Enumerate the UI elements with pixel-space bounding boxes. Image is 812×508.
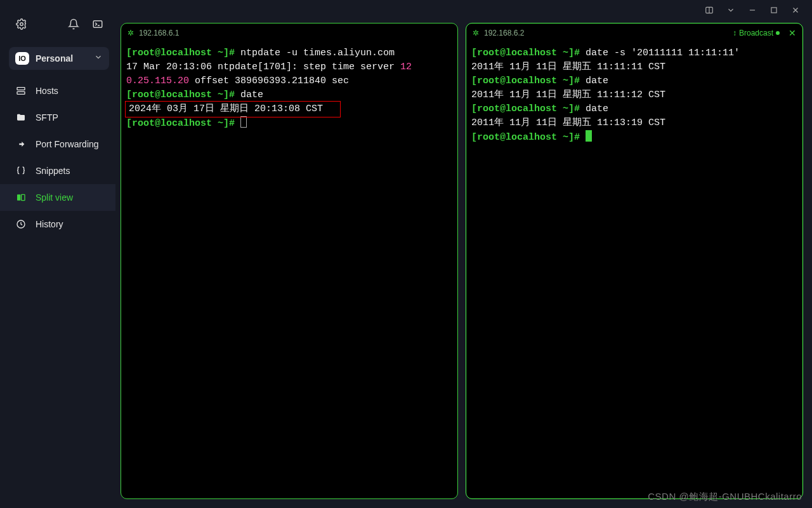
- sidebar-item-label: History: [36, 219, 63, 229]
- terminal-pane-left[interactable]: ✲ 192.168.6.1 [root@localhost ~]# ntpdat…: [121, 23, 458, 499]
- highlighted-output: 2024年 03月 17日 星期日 20:13:08 CST: [126, 102, 325, 116]
- braces-icon: [15, 165, 27, 177]
- close-pane-icon[interactable]: ✕: [789, 28, 796, 38]
- pane-host: 192.168.6.1: [139, 29, 179, 37]
- sidebar-item-snippets[interactable]: Snippets: [0, 157, 115, 184]
- svg-rect-9: [17, 88, 25, 90]
- layout-toggle-icon[interactable]: [700, 1, 718, 19]
- svg-rect-11: [17, 194, 20, 200]
- svg-rect-3: [771, 8, 776, 13]
- chevron-down-icon[interactable]: [722, 1, 740, 19]
- sidebar-item-port-forwarding[interactable]: Port Forwarding: [0, 131, 115, 157]
- broadcast-indicator-icon: [776, 31, 780, 35]
- workspace-badge: IO: [15, 52, 29, 65]
- svg-rect-10: [17, 91, 25, 94]
- sidebar-item-label: Hosts: [36, 86, 58, 96]
- workspace-label: Personal: [36, 53, 88, 64]
- terminal-output[interactable]: [root@localhost ~]# ntpdate -u times.ali…: [121, 43, 457, 498]
- sidebar-item-label: Split view: [36, 192, 73, 203]
- window-close-icon[interactable]: [787, 1, 804, 19]
- pane-host: 192.168.6.2: [484, 29, 524, 37]
- gear-icon[interactable]: ✲: [128, 29, 134, 37]
- bell-icon[interactable]: [67, 18, 80, 30]
- cursor: [240, 116, 247, 128]
- sidebar: IO Personal Hosts SFTP Port Forwarding S…: [0, 0, 115, 508]
- window-minimize-icon[interactable]: [743, 1, 761, 19]
- hosts-icon: [15, 85, 27, 97]
- terminal-pane-right[interactable]: ✲ 192.168.6.2 ↕ Broadcast ✕ [root@localh…: [466, 23, 803, 499]
- sidebar-item-label: Snippets: [36, 166, 70, 176]
- sidebar-item-label: Port Forwarding: [36, 139, 99, 149]
- watermark: CSDN @鲍海超-GNUBHCkalitarro: [648, 491, 802, 503]
- svg-rect-7: [93, 21, 102, 28]
- chevron-down-icon: [94, 53, 103, 64]
- split-icon: [15, 192, 27, 203]
- forward-icon: [15, 138, 27, 150]
- gear-icon[interactable]: ✲: [473, 29, 479, 37]
- workspace-selector[interactable]: IO Personal: [9, 47, 109, 70]
- sidebar-item-hosts[interactable]: Hosts: [0, 77, 115, 104]
- sidebar-item-history[interactable]: History: [0, 211, 115, 237]
- svg-point-6: [20, 23, 23, 26]
- sidebar-item-split-view[interactable]: Split view: [0, 184, 115, 211]
- window-titlebar: [693, 0, 812, 20]
- cursor: [586, 130, 592, 142]
- terminal-output[interactable]: [root@localhost ~]# date -s '20111111 11…: [466, 43, 802, 498]
- gear-icon[interactable]: [15, 18, 28, 30]
- sidebar-item-sftp[interactable]: SFTP: [0, 104, 115, 131]
- window-maximize-icon[interactable]: [765, 1, 783, 19]
- svg-rect-12: [22, 194, 25, 200]
- folder-icon: [15, 112, 27, 123]
- history-icon: [15, 218, 27, 230]
- terminal-icon[interactable]: [91, 18, 104, 30]
- split-view-content: ✲ 192.168.6.1 [root@localhost ~]# ntpdat…: [115, 0, 812, 508]
- broadcast-button[interactable]: ↕ Broadcast: [733, 29, 780, 37]
- sidebar-item-label: SFTP: [36, 112, 58, 123]
